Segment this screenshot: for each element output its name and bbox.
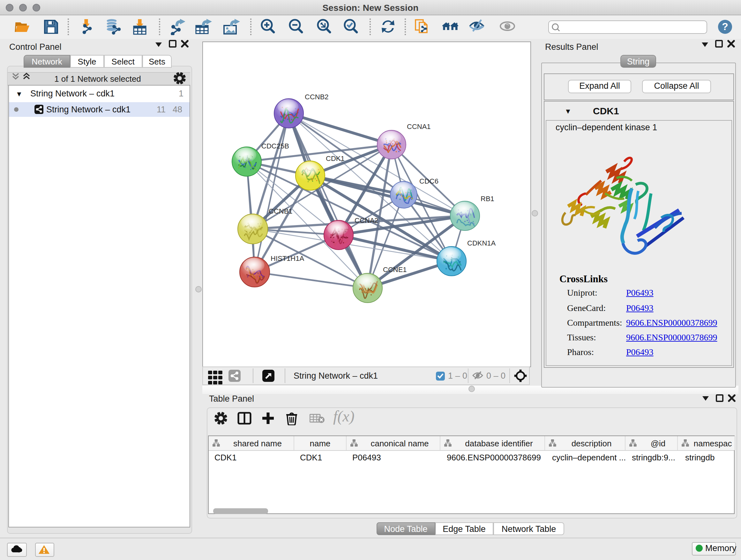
svg-text:CDKN1A: CDKN1A [467,239,495,247]
svg-text:CDC6: CDC6 [419,177,438,185]
svg-text:CDK1: CDK1 [326,154,344,163]
svg-text:HIST1H1A: HIST1H1A [270,254,304,262]
svg-text:CCNA1: CCNA1 [407,123,430,131]
svg-text:CCNE1: CCNE1 [383,266,407,273]
svg-text:CCNA2: CCNA2 [354,216,378,225]
svg-text:CCNB1: CCNB1 [268,207,292,215]
svg-text:CCNB2: CCNB2 [305,93,328,101]
svg-text:CDC25B: CDC25B [261,142,289,150]
svg-text:RB1: RB1 [480,195,494,203]
